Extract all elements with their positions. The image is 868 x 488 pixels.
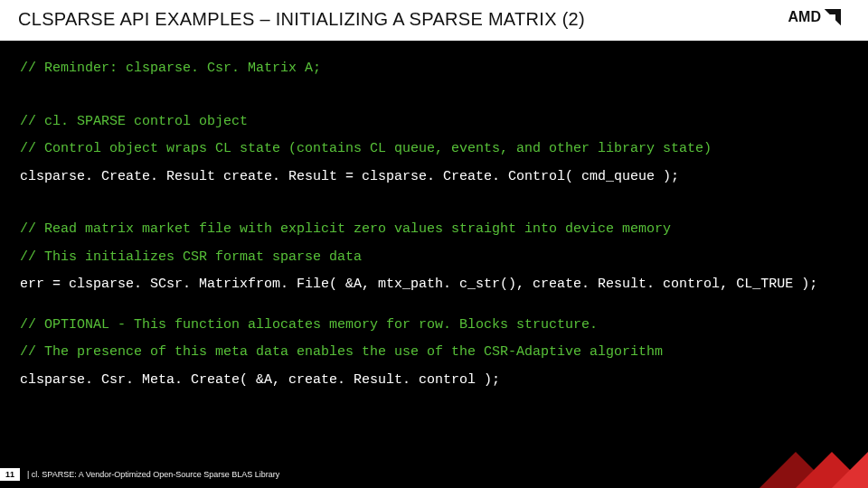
- svg-marker-0: [760, 452, 832, 488]
- svg-marker-1: [796, 452, 868, 488]
- code-block: // Reminder: clsparse. Csr. Matrix A; //…: [0, 41, 868, 390]
- svg-marker-2: [832, 452, 868, 488]
- title-bar: CLSPARSE API EXAMPLES – INITIALIZING A S…: [0, 0, 868, 41]
- code-line: // OPTIONAL - This function allocates me…: [20, 315, 848, 336]
- brand-logo: AMD: [788, 9, 841, 25]
- code-line: // cl. SPARSE control object: [20, 112, 848, 133]
- code-line: clsparse. Csr. Meta. Create( &A, create.…: [20, 371, 848, 391]
- code-line: // Control object wraps CL state (contai…: [20, 139, 848, 160]
- amd-arrow-icon: [825, 9, 841, 25]
- footer-text: | cl. SPARSE: A Vendor-Optimized Open-So…: [27, 470, 279, 479]
- corner-graphic: [732, 434, 868, 488]
- code-line: // This initializes CSR format sparse da…: [20, 248, 848, 268]
- code-line: clsparse. Create. Result create. Result …: [20, 167, 848, 188]
- code-line: // The presence of this meta data enable…: [20, 343, 848, 363]
- page-number: 11: [0, 468, 20, 481]
- footer: 11 | cl. SPARSE: A Vendor-Optimized Open…: [0, 468, 279, 481]
- code-line: // Reminder: clsparse. Csr. Matrix A;: [20, 59, 848, 80]
- code-line: err = clsparse. SCsr. Matrixfrom. File( …: [20, 275, 848, 296]
- code-line: // Read matrix market file with explicit…: [20, 220, 848, 240]
- page-title: CLSPARSE API EXAMPLES – INITIALIZING A S…: [18, 9, 585, 29]
- brand-text: AMD: [788, 9, 821, 25]
